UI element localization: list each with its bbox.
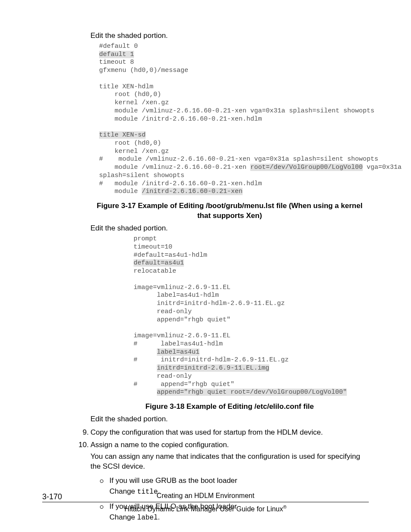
code-line: read-only — [134, 373, 192, 380]
bullet-text: Change label. — [109, 513, 369, 523]
code-line: gfxmenu (hd0,0)/message — [99, 67, 188, 74]
intro-text-2: Edit the shaded portion. — [90, 224, 369, 233]
code-span-shaded: initrd=initrd-2.6.9-11.EL.img — [157, 364, 269, 372]
code-span-shaded: root=/dev/VolGroup00/LogVol00 — [250, 164, 363, 171]
code-line: #default 0 — [99, 43, 138, 50]
code-line: module — [99, 188, 142, 195]
page-body: Edit the shaded portion. #default 0 defa… — [0, 0, 411, 532]
code-line: # append="rhgb quiet" — [134, 381, 234, 388]
code-line: initrd=initrd-hdlm-2.6.9-11.EL.gz — [134, 300, 285, 307]
code-line: # module /initrd-2.6.16.60-0.21-xen.hdlm — [99, 180, 262, 187]
figure-caption-3-17: Figure 3-17 Example of Editing /boot/gru… — [90, 201, 369, 221]
code-line — [134, 348, 157, 356]
bullet-post: . — [158, 513, 160, 521]
code-line: module /vmlinuz-2.6.16.60-0.21-xen vga=0… — [99, 107, 374, 115]
code-line: # label=as4u1-hdlm — [134, 340, 223, 348]
code-span-shaded: append="rhgb quiet root=/dev/VolGroup00/… — [157, 389, 347, 396]
code-line: timeout=10 — [134, 243, 172, 251]
code-block-grub: #default 0 default 1 timeout 8 gfxmenu (… — [99, 43, 369, 196]
code-line: label=as4u1-hdlm — [134, 292, 219, 299]
step-number: 10. — [78, 440, 89, 450]
intro-text-3: Edit the shaded portion. — [90, 414, 369, 424]
code-block-elilo: prompt timeout=10 #default=as4u1-hdlm de… — [134, 235, 369, 397]
code-line: root (hd0,0) — [99, 140, 161, 147]
code-line: read-only — [134, 308, 192, 315]
code-line-shaded: default 1 — [99, 51, 134, 58]
code-line: module /initrd-2.6.16.60-0.21-xen.hdlm — [99, 115, 262, 123]
code-line: image=vmlinuz-2.6.9-11.EL — [134, 284, 230, 291]
code-line-shaded: default=as4u1 — [134, 259, 184, 267]
intro-text-1: Edit the shaded portion. — [90, 31, 369, 41]
code-line: relocatable — [134, 268, 176, 275]
step-text: Assign a name to the copied configuratio… — [90, 440, 369, 450]
code-line: kernel /xen.gz — [99, 99, 169, 106]
code-span-shaded: /initrd-2.6.16.60-0.21-xen — [142, 188, 243, 195]
inline-code-label: label — [137, 514, 158, 522]
page-footer: Creating an HDLM Environment Hitachi Dyn… — [0, 491, 411, 514]
code-line — [134, 389, 157, 396]
step-text: Copy the configuration that was used for… — [90, 428, 369, 438]
code-line-shaded: title XEN-sd — [99, 131, 146, 139]
code-line — [134, 364, 157, 372]
bullet-text: If you will use GRUB as the boot loader — [109, 476, 369, 486]
step-text: You can assign any name that indicates t… — [90, 452, 369, 472]
footer-line-2: Hitachi Dynamic Link Manager User Guide … — [125, 505, 283, 513]
step-number: 9. — [78, 428, 89, 438]
code-line: timeout 8 — [99, 59, 134, 66]
code-line: kernel /xen.gz — [99, 148, 169, 155]
code-line: append="rhgb quiet" — [134, 316, 230, 324]
bullet-pre: Change — [109, 513, 137, 521]
code-line: image=vmlinuz-2.6.9-11.EL — [134, 332, 230, 339]
code-line: title XEN-hdlm — [99, 83, 153, 90]
code-line: # initrd=initrd-hdlm-2.6.9-11.EL.gz — [134, 356, 289, 364]
code-line: # module /vmlinuz-2.6.16.60-0.21-xen vga… — [99, 156, 378, 163]
code-line: #default=as4u1-hdlm — [134, 252, 207, 259]
figure-caption-3-18: Figure 3-18 Example of Editing /etc/elil… — [90, 402, 369, 412]
code-line: prompt — [134, 235, 157, 243]
step-body: Copy the configuration that was used for… — [90, 428, 369, 438]
step-9: 9. Copy the configuration that was used … — [78, 428, 369, 438]
code-span-shaded: label=as4u1 — [157, 348, 199, 356]
footer-line-1: Creating an HDLM Environment — [157, 492, 255, 499]
registered-mark: ® — [283, 504, 286, 510]
code-line: module /vmlinuz-2.6.16.60-0.21-xen — [99, 164, 250, 171]
code-line: splash=silent showopts — [99, 172, 184, 179]
code-line: vga=0x31a — [363, 164, 402, 171]
code-line: root (hd0,0) — [99, 91, 161, 98]
footer-rule — [42, 502, 369, 502]
